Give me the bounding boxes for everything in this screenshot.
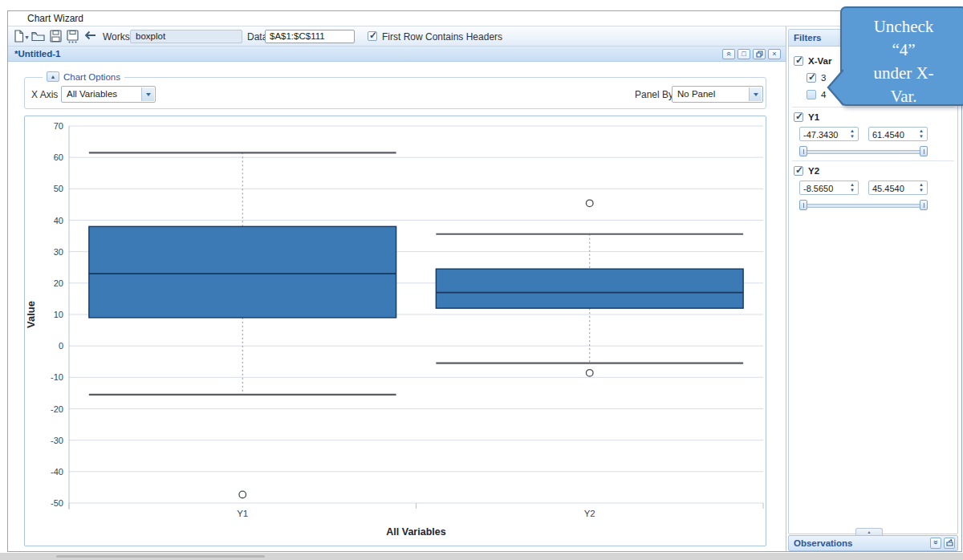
chart-options-group: ▲ Chart Options X Axis All Variables Pan… [24,77,766,109]
save-button[interactable] [48,29,63,43]
collapse-chart-options-button[interactable]: ▲ [47,71,59,82]
y-tick-label: 40 [54,216,63,225]
restore-icon: □ [742,50,746,58]
callout-text-line: Var. [842,85,963,108]
x-axis-dropdown[interactable]: All Variables [61,86,156,103]
filter-y2-label: Y2 [808,166,819,176]
back-button[interactable] [83,29,97,43]
double-chevron-down-icon: « [932,540,940,545]
y-tick-label: 70 [54,121,63,131]
y1-slider-handle-min[interactable] [799,146,807,156]
boxplot-chart-panel: 706050403020100-10-20-30-40-50Y1Y2All Va… [24,116,766,546]
filter-xvar-option-4-checkbox[interactable] [807,90,816,99]
y1-min-spinner[interactable]: -47.3430 ▲▼ [799,127,859,141]
y1-slider-handle-max[interactable] [920,146,928,156]
filter-y1-checkbox[interactable] [794,112,803,122]
chart-content-area: ▲ Chart Options X Axis All Variables Pan… [8,62,786,551]
spinner-down-icon: ▼ [850,134,855,140]
filter-y2-checkbox[interactable] [794,166,803,176]
open-icon [31,30,45,43]
data-range-input[interactable]: $A$1:$C$111 [265,30,355,43]
y2-min-spinner[interactable]: -8.5650 ▲▼ [799,181,859,195]
y2-range-slider [799,200,928,210]
y-tick-label: 30 [54,247,63,257]
observations-title: Observations [794,538,853,548]
observations-splitter-handle[interactable]: ▲ [855,528,883,535]
spinner-down-icon: ▼ [919,134,924,140]
filter-xvar-option-3-checkbox[interactable] [807,73,816,83]
expand-observations-button[interactable]: « [930,538,941,549]
filter-y1-label: Y1 [808,112,819,122]
y-tick-label: 60 [54,152,63,162]
boxplot-svg: 706050403020100-10-20-30-40-50Y1Y2All Va… [25,116,766,546]
spinner-up-icon: ▲ [850,128,855,134]
chevron-down-icon [146,93,151,96]
tab-bar: *Untitled-1 « □ × [8,47,786,62]
new-chart-dropdown-caret[interactable]: ▼ [24,34,30,40]
float-window-button[interactable] [753,49,766,59]
y1-min-value: -47.3430 [803,130,838,140]
panel-by-dropdown[interactable]: No Panel [672,86,763,103]
y-tick-label: -10 [51,372,63,382]
chevron-down-icon [754,93,758,96]
data-range-value: $A$1:$C$111 [270,31,325,41]
tab-untitled-1[interactable]: *Untitled-1 [14,49,61,59]
chart-options-legend: ▲ Chart Options [43,71,124,82]
y1-min-spinner-buttons[interactable]: ▲▼ [847,128,857,140]
save-as-button[interactable] [65,29,79,43]
y2-max-spinner-buttons[interactable]: ▲▼ [916,181,926,194]
y2-slider-handle-max[interactable] [920,200,928,210]
y-tick-label: -30 [51,436,63,445]
tab-window-controls: « □ × [722,49,781,59]
x-axis-dropdown-button[interactable] [141,87,154,101]
panel-by-dropdown-button[interactable] [749,87,762,101]
float-window-icon [756,51,763,58]
boxplot-box [436,269,743,308]
outlier-point [586,200,593,207]
filters-title: Filters [794,33,822,43]
x-axis-label: X Axis [31,89,58,100]
y1-range-slider [799,146,928,156]
dock-observations-button[interactable] [944,538,955,549]
y-axis-title: Value [25,301,37,328]
main-column: ▼ [8,26,786,551]
observations-bar: Observations « [788,535,958,551]
y2-max-spinner[interactable]: 45.4540 ▲▼ [868,181,928,195]
save-as-icon [67,30,79,43]
new-chart-icon [14,30,24,43]
y2-slider-handle-min[interactable] [799,200,807,210]
y2-min-value: -8.5650 [803,184,833,193]
filter-separator [792,160,954,161]
observations-controls: « [930,538,955,549]
callout-text-line: under X- [842,62,963,85]
filter-xvar-checkbox[interactable] [794,56,803,66]
spinner-down-icon: ▼ [850,188,855,193]
x-category-label: Y2 [584,509,595,518]
double-chevron-up-icon: « [725,51,733,56]
window-title: Chart Wizard [27,13,83,24]
open-button[interactable] [30,29,45,43]
close-window-button[interactable]: × [768,49,781,59]
callout-text-line: Uncheck [842,15,963,39]
y1-max-spinner-buttons[interactable]: ▲▼ [916,128,926,140]
spinner-up-icon: ▲ [919,128,924,134]
y2-min-spinner-buttons[interactable]: ▲▼ [847,181,857,194]
background-spreadsheet-strip [0,553,963,560]
y-tick-label: 50 [54,184,63,193]
chart-options-title: Chart Options [63,72,120,82]
panel-by-selected-value: No Panel [677,89,715,99]
worksheet-field[interactable]: boxplot [130,30,242,43]
y1-max-spinner[interactable]: 61.4540 ▲▼ [868,127,928,141]
collapse-window-button[interactable]: « [722,49,735,59]
filter-xvar-label: X-Var [808,56,831,66]
restore-window-button[interactable]: □ [737,49,750,59]
outlier-point [239,491,246,498]
first-row-headers-label: First Row Contains Headers [382,31,502,43]
y2-max-value: 45.4540 [872,184,904,193]
y1-max-value: 61.4540 [872,130,904,140]
first-row-headers-checkbox[interactable] [368,31,377,41]
boxplot-box [89,226,396,318]
x-axis-selected-value: All Variables [67,89,117,99]
worksheet-value: boxplot [136,31,165,41]
spinner-up-icon: ▲ [919,182,924,188]
